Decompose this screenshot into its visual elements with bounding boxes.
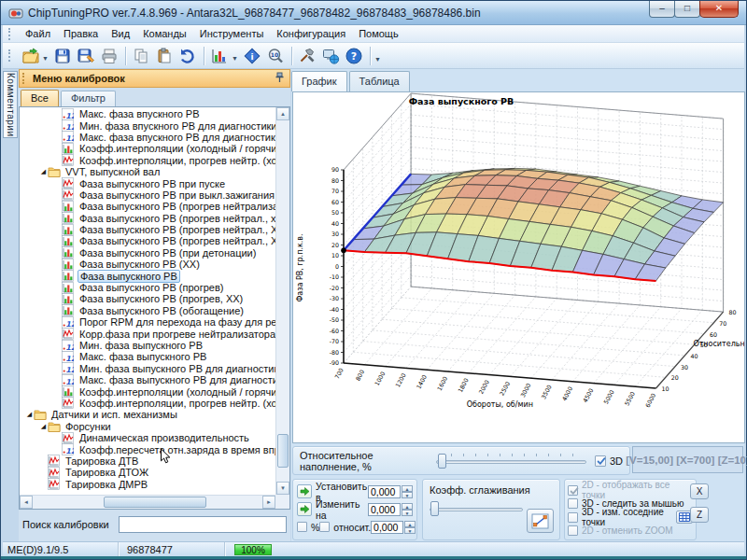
tree-item[interactable]: Фаза выпускного РВ [20,270,275,281]
dropdown-arrow-icon[interactable]: ▼ [232,55,238,62]
menu-item-1[interactable]: Файл [19,26,57,41]
zoom-number-button[interactable]: 10 [264,44,288,67]
tree-folder[interactable]: ◢Датчики и исп. механизмы [20,409,275,420]
expand-icon[interactable]: ◢ [39,423,48,430]
tree-item[interactable]: Фаза выпускного РВ (ХХ) [20,259,275,270]
paste-button[interactable] [153,44,176,67]
save-as-button[interactable] [75,44,98,67]
checksum-info-button[interactable]: i [241,44,264,67]
view-option-checkbox[interactable] [568,512,578,523]
tree-item[interactable]: 12Макс. фаза впускного РВ [20,108,275,119]
spin-up-icon[interactable]: ▲ [404,521,416,527]
connection-button[interactable] [319,44,343,67]
spin-up-icon[interactable]: ▲ [402,485,413,492]
tree-item[interactable]: 12Мин. фаза впускного РВ для диагностики [20,119,275,131]
slider-track[interactable] [430,508,523,511]
menu-item-4[interactable]: Команды [136,26,193,41]
close-button[interactable]: ✕ [699,1,739,18]
undo-button[interactable] [176,44,200,67]
tree-item[interactable]: 12Порог RPM для перехода на фазу для реж… [20,316,275,328]
percent-checkbox[interactable] [297,522,307,532]
tree-item[interactable]: 12Макс. фаза выпускного РВ [20,351,275,362]
tree-item[interactable]: 12Макс. фаза впускного РВ для диагностик… [20,132,275,143]
expand-icon[interactable]: ◢ [39,168,48,175]
comments-tab[interactable]: Комментарии [3,71,18,138]
tree-item[interactable]: Фаза выпускного РВ при выкл.зажигания [20,189,275,201]
help-button[interactable]: ? [343,44,366,67]
scroll-left-icon[interactable]: ◄ [20,496,33,509]
tree-item[interactable]: Фаза выпускного РВ при пуске [20,177,275,189]
print-button[interactable] [98,44,121,67]
tree-folder[interactable]: ◢VVT, выпускной вал [20,166,275,177]
menu-item-2[interactable]: Правка [57,26,105,41]
tree-item[interactable]: Фаза выпускного РВ (прогрев нейтрал., ХХ… [20,235,275,246]
slider-thumb[interactable] [438,454,446,469]
maximize-button[interactable]: □ [674,1,700,18]
tree-item[interactable]: Коэфф.интерполяции (холодный / горячий ) [20,143,275,154]
tree-item[interactable]: Фаза выпускного РВ (обогащение) [20,305,275,316]
tree-item[interactable]: Динамическая производительность [20,432,275,443]
scroll-up-icon[interactable]: ▲ [276,107,289,120]
tree-item[interactable]: Фаза выпускного РВ (прогрев) [20,282,275,293]
tree-item[interactable]: Коэфф.интерполяции, прогрев нейтр. (холо… [20,155,275,166]
x-axis-button[interactable]: X [690,483,709,499]
open-file-button[interactable] [19,44,42,67]
pin-icon[interactable] [275,72,285,85]
chart-view-button[interactable] [208,44,232,67]
toolbar-overflow-icon[interactable]: ▼ [374,56,381,63]
spin-down-icon[interactable]: ▼ [402,510,413,516]
tree-item[interactable]: Тарировка ДТВ [20,455,275,467]
change-by-input[interactable] [368,503,401,516]
tab-filter[interactable]: Фильтр [61,91,116,106]
tree-folder[interactable]: ◢Форсунки [20,421,275,432]
spin-down-icon[interactable]: ▼ [402,492,413,498]
tree-item[interactable]: 12Мин. фаза выпускного РВ [20,340,275,351]
tools-button[interactable] [296,44,319,67]
tab-graph[interactable]: График [291,71,347,91]
tree-item[interactable]: Корр.фаза при прогреве нейтрализатора [20,328,275,339]
title-bar[interactable]: ChipTuningPRO ver.7.4.8.969 - Antara32L_… [1,1,746,25]
tab-table[interactable]: Таблица [349,71,410,91]
scroll-down-icon[interactable]: ▼ [276,482,289,495]
tree-item[interactable]: Фаза выпускного РВ (прогрев нейтрал., ХХ… [20,224,275,235]
search-input[interactable] [119,516,287,533]
edit-curve-button[interactable] [527,509,554,533]
tree-item[interactable]: Тарировка ДМРВ [20,479,275,490]
apply-change-button[interactable] [297,502,312,516]
menu-item-5[interactable]: Инструменты [193,26,271,41]
z-axis-button[interactable]: Z [690,507,709,523]
minimize-button[interactable]: – [649,1,675,18]
calibration-panel-header[interactable]: Меню калибровок [19,69,290,88]
chart-area[interactable]: -90-80-70-60-50-40-30-20-100102030405060… [292,91,745,443]
slider-track[interactable] [436,460,585,464]
slider-thumb[interactable] [430,501,439,516]
dropdown-arrow-icon[interactable]: ▼ [42,55,49,62]
view-option-checkbox[interactable] [568,525,578,536]
3d-checkbox[interactable] [595,455,606,467]
spin-down-icon[interactable]: ▼ [404,527,416,534]
save-file-button[interactable] [51,44,75,67]
expand-icon[interactable]: ◢ [25,411,34,418]
scroll-right-icon[interactable]: ► [262,496,275,509]
menu-item-7[interactable]: Помощь [352,26,405,41]
tree-item[interactable]: Фаза выпускного РВ (прогрев нейтрал., хо… [20,213,275,224]
tree-item[interactable]: Фаза выпускного РВ (прогрев, ХХ) [20,293,275,304]
set-to-input[interactable] [368,485,401,498]
apply-set-button[interactable] [297,484,312,498]
tree-item[interactable]: Фаза выпускного РВ (прогрев нейтрализато… [20,201,275,212]
tree-item[interactable]: 12Коэфф.пересчета отн.заряда в время впр… [20,443,275,455]
menu-item-3[interactable]: Вид [105,26,136,41]
load-slider[interactable] [436,453,585,469]
view-option-checkbox[interactable] [568,498,578,509]
copy-button[interactable] [130,44,153,67]
view-option-checkbox[interactable] [568,485,578,496]
tree-vertical-scrollbar[interactable]: ▲ ▼ [275,107,289,495]
tree-horizontal-scrollbar[interactable]: ◄ ► [20,495,275,509]
menu-item-6[interactable]: Конфигурация [270,26,352,41]
spin-up-icon[interactable]: ▲ [402,503,413,510]
smoothing-slider[interactable] [430,500,523,517]
vertical-scroll-thumb[interactable] [277,434,289,468]
tree-item[interactable]: Коэфф.интерполяции, прогрев нейтр. (холо… [20,398,275,409]
tree-item[interactable]: Коэфф.интерполяции (холодный / горячий ) [20,385,275,397]
tree-item[interactable]: Фаза выпускного РВ (при детонации) [20,247,275,259]
